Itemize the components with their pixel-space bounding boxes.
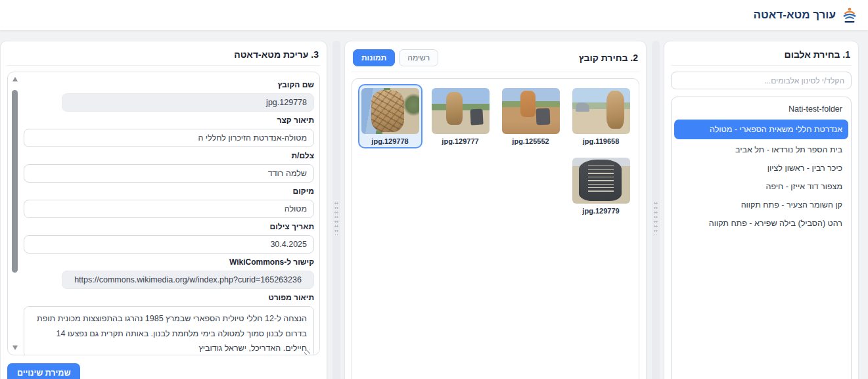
photographer-input[interactable] <box>24 164 314 183</box>
file-thumbnail[interactable]: 119658.jpg <box>569 84 633 148</box>
album-selection-panel: 1. בחירת אלבום Nati-test-folder אנדרטת ח… <box>664 41 859 379</box>
file-name-label: 129778.jpg <box>361 137 419 145</box>
file-panel-header: 2. בחירת קובץ תמונות רשימה <box>352 47 639 72</box>
short-description-input[interactable] <box>24 129 314 147</box>
file-name-label: 129779.jpg <box>572 207 630 215</box>
file-thumbnail[interactable]: 129777.jpg <box>428 84 493 148</box>
filename-value: 129778.jpg <box>62 93 314 112</box>
location-input[interactable] <box>24 200 314 218</box>
file-name-label: 125552.jpg <box>502 137 560 145</box>
tab-images[interactable]: תמונות <box>353 49 395 66</box>
location-label: מיקום <box>24 187 314 196</box>
file-name-label: 119658.jpg <box>572 137 630 145</box>
metadata-panel-title: 3. עריכת מטא-דאטה <box>234 49 319 60</box>
photo-thumbnail-image <box>432 88 490 134</box>
drag-dots-icon <box>334 201 338 235</box>
photo-thumbnail-image <box>572 158 630 204</box>
detailed-description-textarea[interactable]: הנצחה ל-12 חללי טיולית הספארי שבמרץ 1985… <box>24 306 314 355</box>
page-title: עורך מטא-דאטה <box>754 9 836 22</box>
photo-date-label: תאריך צילום <box>24 222 314 231</box>
photo-thumbnail-image <box>572 88 630 134</box>
file-name-label: 129777.jpg <box>432 137 490 145</box>
memorial-site-logo-icon <box>842 7 857 24</box>
thumbnails-grid: 119658.jpg 125552.jpg 129777.jpg <box>357 84 633 218</box>
photo-date-input[interactable] <box>24 235 314 254</box>
album-list-item[interactable]: Nati-test-folder <box>674 100 848 118</box>
file-thumbnail[interactable]: 125552.jpg <box>499 84 563 148</box>
album-list-item[interactable]: רהט (הסביל) בילה שפירא - פתח תקווה <box>674 214 848 233</box>
file-thumbnail[interactable]: 129779.jpg <box>569 154 633 218</box>
album-list-item[interactable]: כיכר רבין - ראשון לציון <box>674 159 848 177</box>
drag-dots-icon <box>654 201 658 235</box>
metadata-form: שם הקובץ 129778.jpg תיאור קצר צלם/ת מיקו… <box>7 72 320 355</box>
file-thumbnail[interactable]: 129778.jpg <box>358 84 423 148</box>
panel-resize-handle[interactable] <box>332 41 340 379</box>
photo-thumbnail-image <box>361 88 419 134</box>
scroll-down-icon[interactable] <box>12 346 18 350</box>
scrollbar-thumb[interactable] <box>12 90 18 273</box>
view-mode-tabs: תמונות רשימה <box>353 49 438 66</box>
album-filter-input[interactable] <box>671 72 852 89</box>
album-list: Nati-test-folder אנדרטת חללי משאית הספאר… <box>671 97 852 379</box>
tab-list[interactable]: רשימה <box>399 49 438 66</box>
save-changes-button[interactable]: שמירת שינויים <box>7 363 80 379</box>
panel-resize-handle[interactable] <box>652 41 660 379</box>
scroll-up-icon[interactable] <box>12 77 18 81</box>
short-description-label: תיאור קצר <box>24 116 314 125</box>
detailed-description-label: תיאור מפורט <box>24 293 314 302</box>
wikicommons-link-label: קישור ל-WikiCommons <box>24 257 314 267</box>
album-list-item[interactable]: מצפור דוד אייזן - חיפה <box>674 177 848 196</box>
album-list-item[interactable]: בית הספר תל נורדאו - תל אביב <box>674 141 848 159</box>
resize-handle-icon[interactable] <box>304 349 310 355</box>
album-panel-header: 1. בחירת אלבום <box>671 47 852 66</box>
metadata-edit-panel: 3. עריכת מטא-דאטה שם הקובץ 129778.jpg תי… <box>0 41 327 379</box>
file-selection-panel: 2. בחירת קובץ תמונות רשימה 119658.jpg 12… <box>344 41 647 379</box>
app-header: עורך מטא-דאטה <box>0 0 868 30</box>
file-panel-title: 2. בחירת קובץ <box>579 53 638 63</box>
album-list-item[interactable]: קן השומר הצעיר - פתח תקווה <box>674 196 848 214</box>
form-scrollbar[interactable] <box>10 74 20 353</box>
thumbnails-container: 119658.jpg 125552.jpg 129777.jpg <box>352 78 639 379</box>
filename-label: שם הקובץ <box>24 80 314 89</box>
main-layout: 1. בחירת אלבום Nati-test-folder אנדרטת ח… <box>0 30 868 379</box>
photo-thumbnail-image <box>502 88 560 134</box>
wikicommons-link-value: https://commons.wikimedia.org/w/index.ph… <box>62 271 314 289</box>
album-panel-title: 1. בחירת אלבום <box>785 49 850 60</box>
photographer-label: צלם/ת <box>24 151 314 160</box>
save-row: שמירת שינויים <box>7 363 320 379</box>
album-list-item[interactable]: אנדרטת חללי משאית הספארי - מטולה <box>674 120 848 139</box>
metadata-panel-header: 3. עריכת מטא-דאטה <box>7 47 320 66</box>
